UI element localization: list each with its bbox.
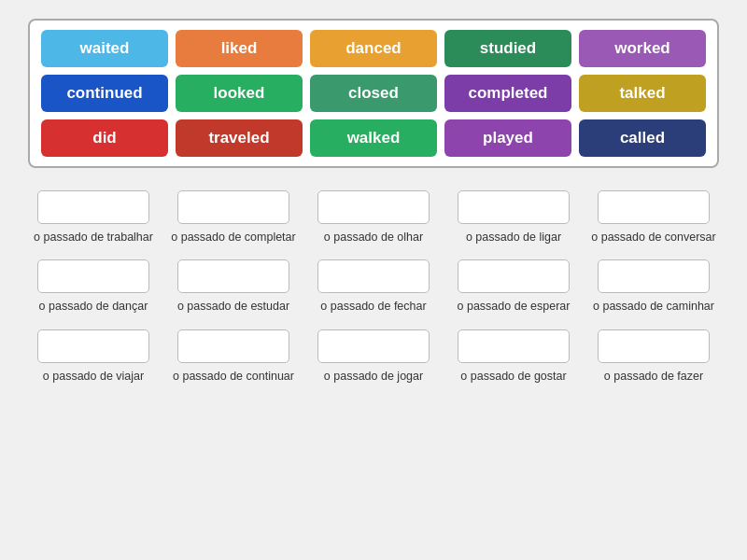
answer-input-ligar[interactable] [458, 190, 570, 224]
word-chip-called[interactable]: called [579, 119, 706, 157]
word-chip-talked[interactable]: talked [579, 75, 706, 112]
answer-input-jogar[interactable] [317, 329, 430, 363]
answer-label-dancar: o passado de dançar [39, 299, 148, 314]
answer-input-dancar[interactable] [37, 259, 149, 293]
answer-cell-gostar: o passado de gostar [448, 329, 579, 384]
answer-cell-trabalhar: o passado de trabalhar [28, 190, 159, 245]
answer-input-trabalhar[interactable] [37, 190, 149, 224]
answer-cell-caminhar: o passado de caminhar [588, 259, 719, 314]
answer-label-trabalhar: o passado de trabalhar [34, 230, 153, 245]
answer-input-estudar[interactable] [177, 259, 289, 293]
answer-label-olhar: o passado de olhar [324, 230, 423, 245]
answer-cell-viajar: o passado de viajar [28, 329, 159, 384]
word-chip-continued[interactable]: continued [41, 75, 168, 112]
word-chip-played[interactable]: played [444, 119, 571, 157]
answer-input-caminhar[interactable] [598, 259, 710, 293]
answer-label-fazer: o passado de fazer [604, 369, 703, 384]
word-bank: waitedlikeddancedstudiedworkedcontinuedl… [28, 19, 719, 168]
answer-cell-esperar: o passado de esperar [448, 259, 579, 314]
answer-label-esperar: o passado de esperar [458, 299, 571, 314]
answer-cell-olhar: o passado de olhar [308, 190, 439, 245]
answer-label-estudar: o passado de estudar [177, 299, 289, 314]
answer-cell-completar: o passado de completar [168, 190, 299, 245]
word-chip-completed[interactable]: completed [444, 75, 571, 112]
word-chip-worked[interactable]: worked [579, 30, 706, 67]
answer-cell-conversar: o passado de conversar [588, 190, 719, 245]
answer-cell-ligar: o passado de ligar [448, 190, 579, 245]
answer-cell-fechar: o passado de fechar [308, 259, 439, 314]
answer-input-esperar[interactable] [458, 259, 570, 293]
word-chip-did[interactable]: did [41, 119, 168, 157]
answer-input-viajar[interactable] [37, 329, 149, 363]
answer-label-jogar: o passado de jogar [324, 369, 423, 384]
answer-label-fechar: o passado de fechar [320, 299, 426, 314]
answer-label-gostar: o passado de gostar [460, 369, 566, 384]
answer-label-conversar: o passado de conversar [591, 230, 715, 245]
answer-input-fazer[interactable] [598, 329, 710, 363]
word-chip-closed[interactable]: closed [310, 75, 437, 112]
answer-label-ligar: o passado de ligar [466, 230, 561, 245]
answer-label-completar: o passado de completar [171, 230, 295, 245]
answer-input-conversar[interactable] [598, 190, 710, 224]
word-chip-studied[interactable]: studied [444, 30, 571, 67]
word-chip-waited[interactable]: waited [41, 30, 168, 67]
answer-cell-fazer: o passado de fazer [588, 329, 719, 384]
answer-cell-estudar: o passado de estudar [168, 259, 299, 314]
answer-cell-dancar: o passado de dançar [28, 259, 159, 314]
word-chip-danced[interactable]: danced [310, 30, 437, 67]
answer-label-continuar: o passado de continuar [173, 369, 294, 384]
answer-input-continuar[interactable] [177, 329, 289, 363]
answer-label-viajar: o passado de viajar [43, 369, 144, 384]
answer-cell-continuar: o passado de continuar [168, 329, 299, 384]
answer-input-olhar[interactable] [317, 190, 430, 224]
word-chip-traveled[interactable]: traveled [176, 119, 303, 157]
word-chip-liked[interactable]: liked [176, 30, 303, 67]
answer-input-gostar[interactable] [458, 329, 570, 363]
answer-input-fechar[interactable] [317, 259, 430, 293]
answer-input-completar[interactable] [177, 190, 289, 224]
answer-label-caminhar: o passado de caminhar [593, 299, 714, 314]
answer-cell-jogar: o passado de jogar [308, 329, 439, 384]
word-chip-looked[interactable]: looked [176, 75, 303, 112]
answer-grid: o passado de trabalharo passado de compl… [28, 190, 719, 384]
word-chip-walked[interactable]: walked [310, 119, 437, 157]
